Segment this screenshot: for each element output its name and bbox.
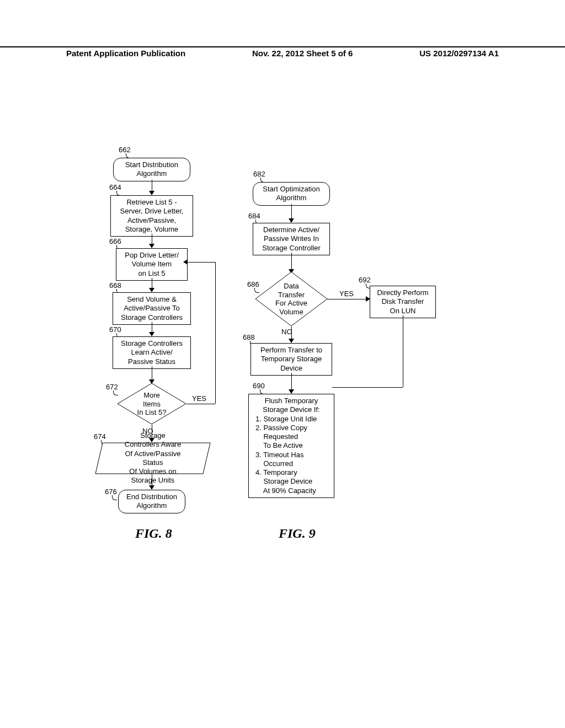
fig8-more-items-label: More Items In List 5?	[135, 391, 169, 417]
flush-item: 2. Passive Copy Requested To Be Active	[255, 424, 331, 451]
ref-668: 668	[109, 281, 121, 290]
arrow-down-icon	[149, 191, 154, 195]
connector	[291, 326, 292, 340]
fig8-more-items-decision: More Items In List 5?	[117, 383, 186, 425]
ref-692: 692	[359, 276, 371, 284]
fig8-aware-status: Storage Controllers Aware Of Active/Pass…	[95, 442, 211, 474]
ref-664: 664	[109, 183, 121, 191]
arrow-down-icon	[289, 339, 294, 343]
fig8-end-terminator: End Distribution Algorithm	[118, 490, 185, 513]
fig8-send-volume: Send Volume & Active/Passive To Storage …	[113, 292, 191, 325]
hook-icon	[112, 495, 117, 500]
arrow-down-icon	[289, 218, 294, 223]
fig8-end-label: End Distribution Algorithm	[126, 493, 177, 510]
no-label: NO	[281, 328, 292, 336]
ref-682: 682	[253, 170, 265, 178]
fig8-start-label: Start Distribution Algorithm	[125, 160, 178, 178]
arrow-down-icon	[149, 288, 154, 292]
yes-label: YES	[192, 394, 206, 403]
connector	[152, 474, 152, 486]
connector	[152, 234, 152, 245]
header-right: US 2012/0297134 A1	[419, 49, 499, 58]
connector	[186, 404, 215, 404]
ref-676: 676	[105, 488, 117, 496]
connector	[291, 373, 292, 390]
fig8-send-volume-label: Send Volume & Active/Passive To Storage …	[121, 295, 183, 322]
connector	[152, 322, 152, 333]
ref-666: 666	[109, 237, 121, 245]
arrow-down-icon	[289, 389, 294, 394]
connector	[291, 253, 292, 270]
flush-item: 4. Temporary Storage Device At 90% Capac…	[255, 468, 331, 495]
page-header: Patent Application Publication Nov. 22, …	[0, 46, 565, 58]
fig8-caption: FIG. 8	[135, 526, 172, 541]
ref-674: 674	[94, 432, 106, 441]
arrow-down-icon	[149, 332, 154, 336]
fig9-temp-transfer: Perform Transfer to Temporary Storage De…	[250, 343, 332, 376]
ref-684: 684	[248, 212, 260, 220]
arrow-down-icon	[149, 244, 154, 248]
fig9-flush-rules: Flush Temporary Storage Device If: 1. St…	[248, 394, 334, 498]
connector	[291, 204, 292, 220]
fig9-flush-items: 1. Storage Unit Idle 2. Passive Copy Req…	[252, 415, 331, 495]
header-center: Nov. 22, 2012 Sheet 5 of 6	[252, 49, 353, 58]
fig9-direct-transfer-label: Directly Perform Disk Transfer On LUN	[377, 288, 428, 315]
ref-662: 662	[119, 146, 131, 154]
fig8-start-terminator: Start Distribution Algorithm	[113, 158, 190, 181]
fig8-retrieve-list5: Retrieve List 5 - Server, Drive Letter, …	[110, 195, 193, 237]
yes-label: YES	[339, 290, 354, 298]
fig9-flush-head: Flush Temporary Storage Device If:	[252, 397, 331, 415]
connector	[152, 278, 152, 289]
diagram-area: 662 Start Distribution Algorithm 664 Ret…	[0, 143, 565, 585]
fig9-determine-writes-label: Determine Active/ Passive Writes In Stor…	[262, 226, 321, 252]
flush-item: 1. Storage Unit Idle	[255, 415, 331, 424]
fig8-learn-status: Storage Controllers Learn Active/ Passiv…	[113, 336, 191, 369]
fig8-learn-status-label: Storage Controllers Learn Active/ Passiv…	[121, 339, 183, 366]
connector	[327, 299, 367, 299]
fig9-start-terminator: Start Optimization Algorithm	[253, 182, 330, 206]
fig9-start-label: Start Optimization Algorithm	[263, 185, 319, 202]
connector	[332, 387, 403, 388]
connector	[152, 366, 152, 381]
arrow-left-icon	[183, 259, 188, 265]
flush-item: 3. Timeout Has Occurred	[255, 451, 331, 469]
fig9-determine-writes: Determine Active/ Passive Writes In Stor…	[253, 223, 330, 255]
fig8-retrieve-list5-label: Retrieve List 5 - Server, Drive Letter, …	[120, 198, 184, 233]
ref-690: 690	[253, 382, 265, 390]
fig8-pop-item: Pop Drive Letter/ Volume Item on List 5	[116, 248, 188, 281]
connector	[188, 262, 215, 263]
ref-688: 688	[243, 333, 255, 341]
ref-670: 670	[109, 325, 121, 334]
connector	[152, 180, 152, 192]
fig8-aware-status-label: Storage Controllers Aware Of Active/Pass…	[124, 431, 182, 485]
connector	[403, 315, 403, 387]
header-left: Patent Application Publication	[66, 49, 185, 58]
fig9-active-volume-decision: Data Transfer For Active Volume	[255, 271, 328, 326]
fig9-caption: FIG. 9	[279, 526, 316, 541]
connector	[215, 262, 216, 404]
fig9-temp-transfer-label: Perform Transfer to Temporary Storage De…	[260, 346, 322, 372]
fig9-direct-transfer: Directly Perform Disk Transfer On LUN	[370, 286, 436, 318]
fig9-active-volume-label: Data Transfer For Active Volume	[275, 282, 307, 316]
fig8-pop-item-label: Pop Drive Letter/ Volume Item on List 5	[125, 251, 179, 277]
arrow-down-icon	[149, 485, 154, 490]
ref-672: 672	[106, 383, 118, 391]
